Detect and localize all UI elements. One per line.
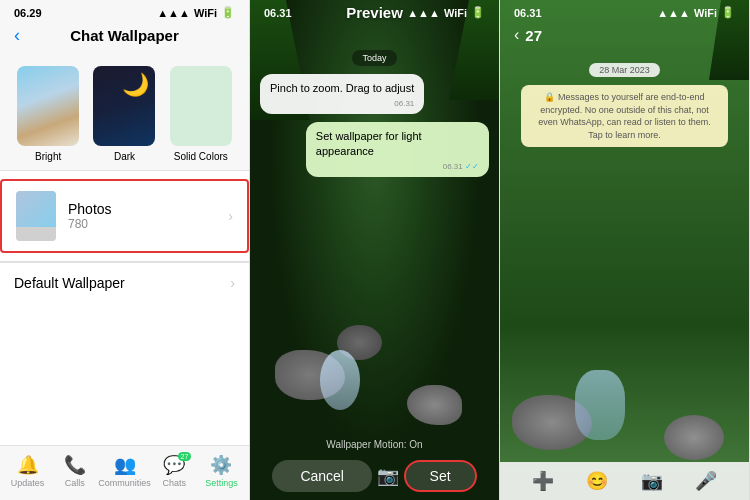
chevron-right-default-icon: ›	[230, 275, 235, 291]
bubble-sent-1: Set wallpaper for light appearance 06.31…	[306, 122, 489, 177]
tab-bar: 🔔 Updates 📞 Calls 👥 Communities 💬 27 Cha…	[0, 445, 249, 500]
info-bubble: 🔒 Messages to yourself are end-to-end en…	[521, 85, 727, 147]
battery-icon: 🔋	[221, 6, 235, 19]
dark-thumb: 🌙	[93, 66, 155, 146]
photos-count: 780	[68, 217, 228, 231]
bright-label: Bright	[35, 151, 61, 162]
wallpaper-bright[interactable]: Bright	[14, 66, 82, 162]
chats-badge-container: 💬 27	[163, 454, 185, 476]
bubble-received-1: Pinch to zoom. Drag to adjust 06.31	[260, 74, 424, 114]
photos-thumbnail	[16, 191, 56, 241]
tab-updates[interactable]: 🔔 Updates	[4, 454, 51, 488]
panel-wallpaper: 06.29 ▲▲▲ WiFi 🔋 ‹ Chat Wallpaper Bright…	[0, 0, 250, 500]
mic-icon[interactable]: 🎤	[695, 470, 717, 492]
tab-communities-label: Communities	[98, 478, 151, 488]
bubble-time-1: 06.31	[270, 98, 414, 109]
bubble-time-2: 06.31 ✓✓	[316, 161, 479, 172]
set-button[interactable]: Set	[404, 460, 477, 492]
photos-label: Photos	[68, 201, 228, 217]
back-button-3[interactable]: ‹	[514, 26, 519, 44]
page-title-1: Chat Wallpaper	[70, 27, 179, 44]
tab-chats[interactable]: 💬 27 Chats	[151, 454, 198, 488]
photos-row[interactable]: Photos 780 ›	[0, 179, 249, 253]
back-button-1[interactable]: ‹	[14, 25, 20, 46]
tab-settings[interactable]: ⚙️ Settings	[198, 454, 245, 488]
solid-thumb	[170, 66, 232, 146]
status-time-1: 06.29	[14, 7, 42, 19]
preview-container: 06.31 ▲▲▲ WiFi 🔋 Preview Today Pinch to …	[250, 0, 499, 500]
check-icon: ✓✓	[465, 162, 479, 171]
tab-calls-label: Calls	[65, 478, 85, 488]
chat-area: 28 Mar 2023 🔒 Messages to yourself are e…	[500, 55, 749, 460]
default-wallpaper-row[interactable]: Default Wallpaper ›	[0, 262, 249, 303]
camera-icon[interactable]: 📷	[377, 465, 399, 487]
emoji-icon[interactable]: 😊	[586, 470, 608, 492]
preview-title: Preview	[346, 4, 403, 21]
camera-icon-3[interactable]: 📷	[641, 470, 663, 492]
tab-calls[interactable]: 📞 Calls	[51, 454, 98, 488]
updates-icon: 🔔	[17, 454, 39, 476]
today-badge: Today	[352, 50, 396, 66]
bright-thumb	[17, 66, 79, 146]
tab-communities[interactable]: 👥 Communities	[98, 454, 151, 488]
communities-icon: 👥	[114, 454, 136, 476]
panel-preview: 06.31 ▲▲▲ WiFi 🔋 Preview Today Pinch to …	[250, 0, 500, 500]
wallpaper-solid[interactable]: Solid Colors	[167, 66, 235, 162]
photos-text: Photos 780	[68, 201, 228, 231]
chevron-right-icon: ›	[228, 208, 233, 224]
panel-chat: 06.31 ▲▲▲ WiFi 🔋 ‹ 27 28 Mar 2023 🔒 Mess…	[500, 0, 750, 500]
wallpaper-motion-label: Wallpaper Motion: On	[250, 439, 499, 450]
dark-label: Dark	[114, 151, 135, 162]
chat-count: 27	[525, 27, 542, 44]
status-bar-3: 06.31 ▲▲▲ WiFi 🔋	[500, 0, 749, 21]
signal-icon: ▲▲▲	[157, 7, 190, 19]
plus-icon[interactable]: ➕	[532, 470, 554, 492]
tab-settings-label: Settings	[205, 478, 238, 488]
panel3-inner: 06.31 ▲▲▲ WiFi 🔋 ‹ 27 28 Mar 2023 🔒 Mess…	[500, 0, 749, 500]
settings-icon: ⚙️	[210, 454, 232, 476]
status-icons-1: ▲▲▲ WiFi 🔋	[157, 6, 235, 19]
signal-icon-3: ▲▲▲	[657, 7, 690, 19]
wallpaper-options: Bright 🌙 Dark Solid Colors	[0, 52, 249, 170]
bubble-text-2: Set wallpaper for light appearance	[316, 130, 422, 157]
nav-bar-1: ‹ Chat Wallpaper	[0, 21, 249, 52]
chat-bubbles-area: Today Pinch to zoom. Drag to adjust 06.3…	[250, 40, 499, 420]
calls-icon: 📞	[64, 454, 86, 476]
preview-nav: Preview	[250, 0, 499, 27]
preview-actions: Cancel 📷 Set	[250, 460, 499, 492]
tab-updates-label: Updates	[11, 478, 45, 488]
bubble-text-1: Pinch to zoom. Drag to adjust	[270, 82, 414, 94]
status-icons-3: ▲▲▲ WiFi 🔋	[657, 6, 735, 19]
wifi-icon-3: WiFi	[694, 7, 717, 19]
date-badge: 28 Mar 2023	[589, 63, 660, 77]
panel3-nav: ‹ 27	[500, 20, 749, 50]
wallpaper-dark[interactable]: 🌙 Dark	[90, 66, 158, 162]
default-wallpaper-label: Default Wallpaper	[14, 275, 125, 291]
cancel-button[interactable]: Cancel	[272, 460, 372, 492]
chats-badge: 27	[178, 452, 192, 461]
status-bar-1: 06.29 ▲▲▲ WiFi 🔋	[0, 0, 249, 21]
wifi-icon: WiFi	[194, 7, 217, 19]
solid-label: Solid Colors	[174, 151, 228, 162]
status-time-3: 06.31	[514, 7, 542, 19]
battery-icon-3: 🔋	[721, 6, 735, 19]
moon-icon: 🌙	[122, 72, 149, 98]
tab-chats-label: Chats	[163, 478, 187, 488]
chat-bottom-bar: ➕ 😊 📷 🎤	[500, 462, 749, 500]
